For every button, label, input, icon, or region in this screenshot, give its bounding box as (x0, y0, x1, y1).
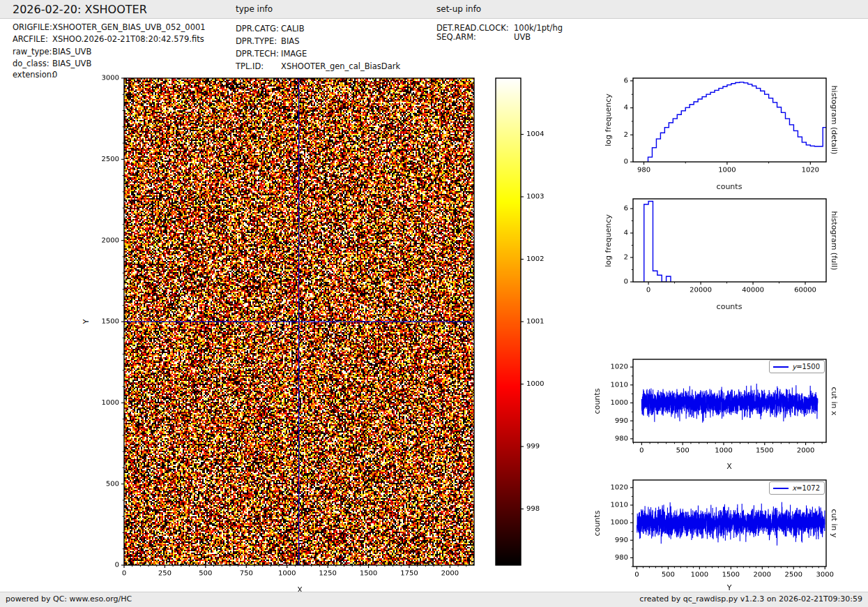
legend-cut-x: y=1500 (769, 360, 825, 373)
header-bar: 2026-02-20: XSHOOTER type info set-up in… (0, 0, 868, 19)
page-title: 2026-02-20: XSHOOTER (13, 3, 147, 16)
footer-right-text: created by qc_rawdisp.py v1.2.3 on 2026-… (639, 594, 862, 604)
footer-left-text: powered by QC: www.eso.org/HC (6, 594, 132, 604)
cut-y-x-label: Y (727, 583, 732, 592)
setup-info-heading: set-up info (436, 4, 481, 14)
type-info-value: BIAS (281, 36, 299, 46)
file-info-value: XSHOOTER_GEN_BIAS_UVB_052_0001 (52, 22, 206, 32)
file-info-value: BIAS_UVB (52, 47, 91, 57)
hist-full-right-label: histogram (full) (830, 211, 839, 271)
type-info-heading: type info (236, 4, 273, 14)
bias-image-canvas (98, 70, 488, 593)
hist-detail-y-label: log frequency (604, 93, 613, 146)
cut-y-right-label: cut in y (830, 509, 839, 538)
legend-line-sample (773, 488, 789, 489)
file-info-value: BIAS_UVB (52, 59, 91, 68)
setup-info-value: UVB (514, 32, 531, 42)
setup-info-label: DET.READ.CLOCK: (436, 23, 509, 33)
cut-x-y-label: counts (593, 389, 602, 414)
file-info-label: ARCFILE: (13, 34, 48, 44)
cut-x-x-label: X (726, 462, 732, 471)
type-info-row: DPR.TYPE:BIAS (236, 36, 277, 46)
type-info-value: CALIB (281, 24, 305, 33)
main-y-axis-label: Y (82, 320, 91, 324)
type-info-label: DPR.TECH: (236, 49, 279, 59)
type-info-value: IMAGE (281, 49, 307, 59)
cut-y-y-label: counts (593, 511, 602, 537)
file-info-label: raw_type: (13, 47, 52, 57)
hist-detail-right-label: histogram (detail) (830, 86, 839, 155)
file-info-row: do_class:BIAS_UVB (13, 59, 50, 68)
file-info-value: XSHOO.2026-02-21T08:20:42.579.fits (52, 34, 204, 44)
file-info-row: ORIGFILE:XSHOOTER_GEN_BIAS_UVB_052_0001 (13, 22, 52, 32)
colorbar-canvas (488, 70, 570, 593)
hist-full-x-label: counts (717, 302, 743, 311)
legend-line-sample (773, 366, 789, 368)
file-info-label: extension: (13, 70, 54, 80)
legend-label: y=1500 (792, 363, 820, 370)
setup-info-row: DET.READ.CLOCK:100k/1pt/hg (436, 23, 509, 33)
cut-x-right-label: cut in x (830, 387, 839, 416)
file-info-label: do_class: (13, 59, 50, 68)
type-info-row: DPR.TECH:IMAGE (236, 49, 279, 59)
setup-info-value: 100k/1pt/hg (514, 23, 563, 33)
type-info-label: DPR.CATG: (236, 24, 279, 33)
type-info-label: DPR.TYPE: (236, 36, 277, 46)
hist-full-y-label: log frequency (604, 214, 613, 267)
type-info-row: DPR.CATG:CALIB (236, 24, 279, 33)
histogram-detail-canvas (600, 70, 840, 183)
setup-info-row: SEQ.ARM:UVB (436, 32, 476, 42)
legend-cut-y: x=1072 (769, 481, 825, 495)
file-info-row: extension:0 (13, 70, 54, 80)
qc-rawdisp-page: 2026-02-20: XSHOOTER type info set-up in… (0, 0, 868, 607)
legend-label: x=1072 (792, 484, 820, 492)
file-info-label: ORIGFILE: (13, 22, 52, 32)
hist-detail-x-label: counts (717, 182, 743, 191)
file-info-value: 0 (52, 70, 57, 80)
file-info-row: raw_type:BIAS_UVB (13, 47, 52, 57)
setup-info-label: SEQ.ARM: (436, 32, 476, 42)
file-info-row: ARCFILE:XSHOO.2026-02-21T08:20:42.579.fi… (13, 34, 48, 44)
histogram-full-canvas (600, 190, 840, 304)
